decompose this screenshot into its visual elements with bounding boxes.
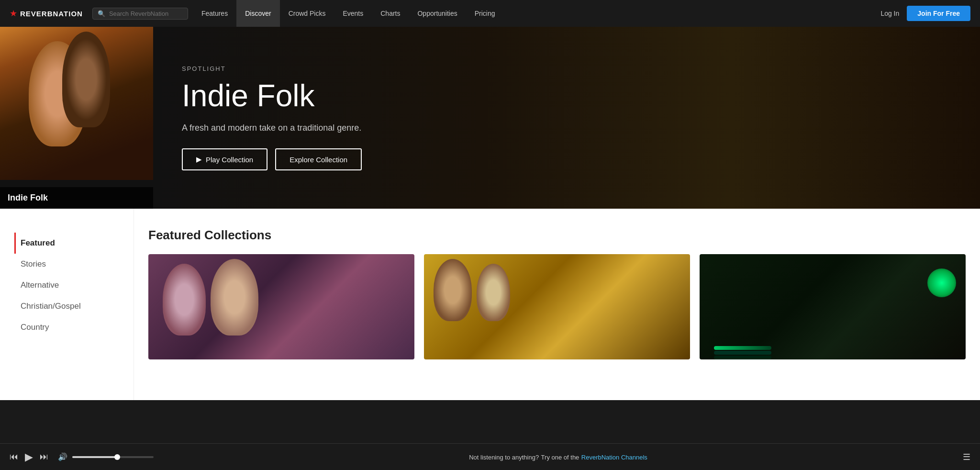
- sidebar-item-alternative[interactable]: Alternative: [14, 275, 119, 296]
- nav-links: Features Discover Crowd Picks Events Cha…: [193, 0, 880, 27]
- nav-events[interactable]: Events: [334, 0, 372, 27]
- hero-image-label: Indie Folk: [0, 187, 153, 209]
- sidebar-item-country[interactable]: Country: [14, 317, 119, 338]
- spotlight-label: SPOTLIGHT: [182, 65, 951, 72]
- collections-area: Featured Collections: [134, 209, 980, 400]
- brand-name: REVERBNATION: [20, 10, 83, 18]
- hero-description: A fresh and modern take on a traditional…: [182, 123, 951, 133]
- explore-collection-button[interactable]: Explore Collection: [275, 148, 362, 170]
- join-button[interactable]: Join For Free: [907, 6, 970, 21]
- nav-right: Log In Join For Free: [880, 6, 970, 21]
- hero-section: Indie Folk SPOTLIGHT Indie Folk A fresh …: [0, 27, 980, 209]
- collection-card-2[interactable]: [424, 254, 690, 359]
- brand-logo[interactable]: ★ REVERBNATION: [10, 8, 83, 19]
- collection-card-1-image: [148, 254, 414, 359]
- collections-grid: [148, 254, 966, 359]
- nav-discover[interactable]: Discover: [236, 0, 279, 27]
- collections-title: Featured Collections: [148, 228, 966, 243]
- hero-image-container: Indie Folk: [0, 27, 153, 209]
- login-link[interactable]: Log In: [880, 10, 899, 17]
- sidebar-item-stories[interactable]: Stories: [14, 254, 119, 275]
- collection-card-1[interactable]: [148, 254, 414, 359]
- collection-card-3-image: [700, 254, 966, 359]
- nav-features[interactable]: Features: [193, 0, 236, 27]
- main-content: Featured Stories Alternative Christian/G…: [0, 209, 980, 400]
- navbar: ★ REVERBNATION 🔍 Features Discover Crowd…: [0, 0, 980, 27]
- collection-card-2-image: [424, 254, 690, 359]
- hero-image: [0, 27, 153, 180]
- search-input[interactable]: [109, 10, 183, 17]
- play-collection-button[interactable]: ▶ Play Collection: [182, 148, 267, 170]
- sidebar: Featured Stories Alternative Christian/G…: [0, 209, 134, 400]
- search-icon: 🔍: [98, 10, 105, 17]
- sidebar-item-christian-gospel[interactable]: Christian/Gospel: [14, 296, 119, 317]
- brand-star-icon: ★: [10, 8, 17, 19]
- nav-crowd-picks[interactable]: Crowd Picks: [280, 0, 334, 27]
- hero-buttons: ▶ Play Collection Explore Collection: [182, 148, 951, 170]
- play-icon: ▶: [196, 155, 202, 164]
- play-collection-label: Play Collection: [206, 156, 253, 164]
- nav-opportunities[interactable]: Opportunities: [409, 0, 466, 27]
- nav-pricing[interactable]: Pricing: [466, 0, 504, 27]
- sidebar-item-featured[interactable]: Featured: [14, 233, 119, 254]
- collection-card-3[interactable]: [700, 254, 966, 359]
- hero-title: Indie Folk: [182, 78, 951, 113]
- nav-charts[interactable]: Charts: [372, 0, 409, 27]
- search-container: 🔍: [92, 8, 188, 20]
- hero-content: SPOTLIGHT Indie Folk A fresh and modern …: [153, 27, 980, 209]
